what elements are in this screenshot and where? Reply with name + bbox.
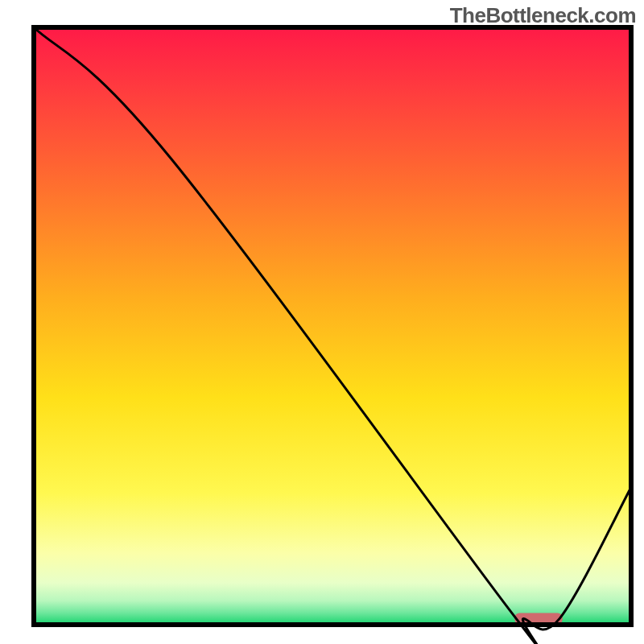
plot-gradient-background — [34, 27, 631, 625]
watermark-text: TheBottleneck.com — [450, 3, 636, 28]
bottleneck-chart — [0, 0, 644, 644]
chart-container: { "watermark": "TheBottleneck.com", "cha… — [0, 0, 644, 644]
